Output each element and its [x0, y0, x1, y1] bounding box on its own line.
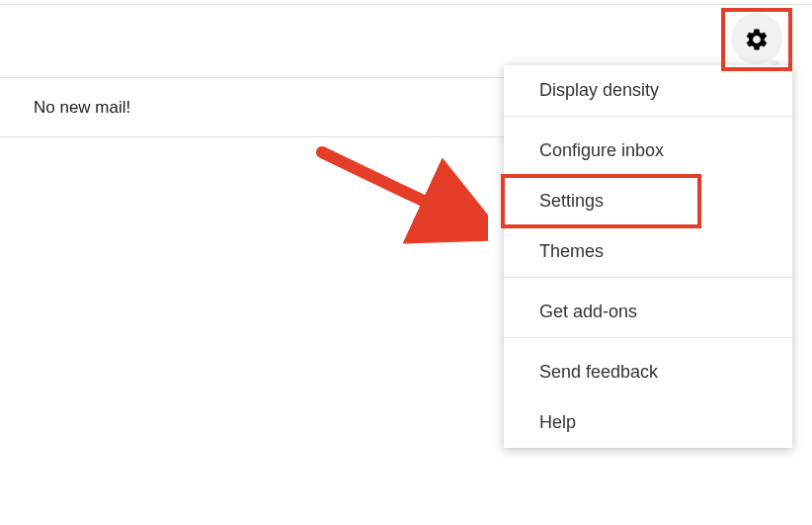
menu-item-get-addons[interactable]: Get add-ons — [504, 287, 792, 337]
menu-divider — [504, 116, 792, 126]
settings-dropdown-menu: Display density Configure inbox Settings… — [504, 65, 792, 448]
menu-item-label: Help — [539, 412, 576, 433]
menu-item-send-feedback[interactable]: Send feedback — [504, 347, 792, 397]
inbox-status-text: No new mail! — [34, 98, 130, 118]
menu-item-label: Themes — [539, 241, 604, 262]
menu-item-help[interactable]: Help — [504, 397, 792, 448]
menu-item-label: Display density — [539, 80, 659, 101]
menu-divider — [504, 337, 792, 347]
annotation-arrow — [310, 140, 488, 249]
settings-gear-button[interactable] — [725, 9, 788, 70]
menu-item-label: Configure inbox — [539, 140, 664, 161]
gear-icon — [744, 27, 770, 52]
menu-item-label: Get add-ons — [539, 302, 637, 322]
menu-item-label: Send feedback — [539, 362, 658, 383]
menu-item-display-density[interactable]: Display density — [504, 65, 792, 116]
menu-item-settings[interactable]: Settings — [504, 176, 792, 226]
menu-item-label: Settings — [539, 191, 604, 212]
menu-item-themes[interactable]: Themes — [504, 226, 792, 277]
menu-item-configure-inbox[interactable]: Configure inbox — [504, 126, 792, 176]
menu-divider — [504, 277, 792, 287]
